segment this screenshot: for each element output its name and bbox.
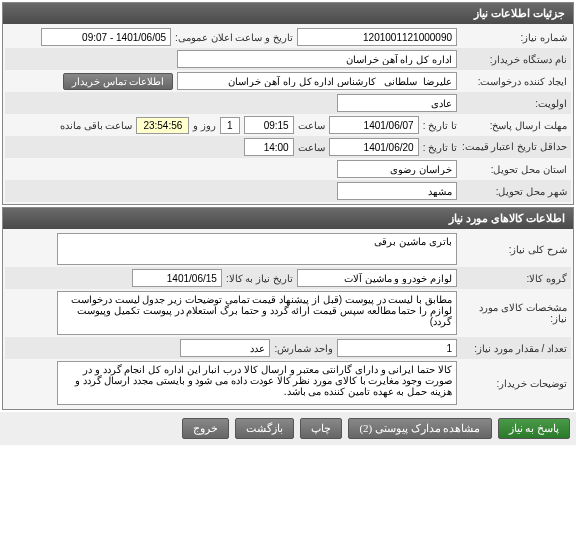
need-no-input[interactable] bbox=[297, 28, 457, 46]
exit-button[interactable]: خروج bbox=[182, 418, 229, 439]
row-province: استان محل تحویل: bbox=[5, 158, 571, 180]
buyer-label: نام دستگاه خریدار: bbox=[457, 54, 567, 65]
days-remaining: 1 bbox=[220, 117, 240, 134]
row-reply-deadline: مهلت ارسال پاسخ: تا تاریخ : ساعت 1 روز و… bbox=[5, 114, 571, 136]
time-remaining-box: 23:54:56 bbox=[136, 117, 189, 134]
need-date-input[interactable] bbox=[132, 269, 222, 287]
announce-dt-input[interactable] bbox=[41, 28, 171, 46]
need-date-label: تاریخ نیاز به کالا: bbox=[226, 273, 293, 284]
buyer-notes-textarea[interactable] bbox=[57, 361, 457, 405]
group-label: گروه کالا: bbox=[457, 273, 567, 284]
row-buyer-notes: توضیحات خریدار: bbox=[5, 359, 571, 407]
desc-value-cell bbox=[9, 233, 457, 265]
reply-date-input[interactable] bbox=[329, 116, 419, 134]
validity-time-input[interactable] bbox=[244, 138, 294, 156]
reply-time-label: ساعت bbox=[298, 120, 325, 131]
row-desc: شرح کلی نیاز: bbox=[5, 231, 571, 267]
buyer-notes-label: توضیحات خریدار: bbox=[457, 378, 567, 389]
requester-value-cell: اطلاعات تماس خریدار bbox=[9, 72, 457, 90]
city-label: شهر محل تحویل: bbox=[457, 186, 567, 197]
validity-value-cell: تا تاریخ : ساعت bbox=[9, 138, 457, 156]
spec-textarea[interactable] bbox=[57, 291, 457, 335]
requester-input[interactable] bbox=[177, 72, 457, 90]
attachments-button[interactable]: مشاهده مدارک پیوستی (2) bbox=[348, 418, 491, 439]
buyer-value-cell bbox=[9, 50, 457, 68]
reply-deadline-label: مهلت ارسال پاسخ: bbox=[457, 120, 567, 131]
need-no-value-cell: تاریخ و ساعت اعلان عمومی: bbox=[9, 28, 457, 46]
group-input[interactable] bbox=[297, 269, 457, 287]
province-value-cell bbox=[9, 160, 457, 178]
goods-panel: اطلاعات کالاهای مورد نیاز شرح کلی نیاز: … bbox=[2, 207, 574, 410]
buyer-input[interactable] bbox=[177, 50, 457, 68]
row-validity: حداقل تاریخ اعتبار قیمت: تا تاریخ : ساعت bbox=[5, 136, 571, 158]
buyer-contact-button[interactable]: اطلاعات تماس خریدار bbox=[63, 73, 173, 90]
desc-label: شرح کلی نیاز: bbox=[457, 244, 567, 255]
row-buyer: نام دستگاه خریدار: bbox=[5, 48, 571, 70]
row-requester: ایجاد کننده درخواست: اطلاعات تماس خریدار bbox=[5, 70, 571, 92]
validity-date-input[interactable] bbox=[329, 138, 419, 156]
row-need-no: شماره نیاز: تاریخ و ساعت اعلان عمومی: bbox=[5, 26, 571, 48]
spec-value-cell bbox=[9, 291, 457, 335]
qty-label: تعداد / مقدار مورد نیاز: bbox=[457, 343, 567, 354]
goods-body: شرح کلی نیاز: گروه کالا: تاریخ نیاز به ک… bbox=[3, 229, 573, 409]
desc-textarea[interactable] bbox=[57, 233, 457, 265]
need-details-body: شماره نیاز: تاریخ و ساعت اعلان عمومی: نا… bbox=[3, 24, 573, 204]
row-qty: تعداد / مقدار مورد نیاز: واحد شمارش: bbox=[5, 337, 571, 359]
announce-dt-label: تاریخ و ساعت اعلان عمومی: bbox=[175, 32, 293, 43]
reply-time-input[interactable] bbox=[244, 116, 294, 134]
priority-input[interactable] bbox=[337, 94, 457, 112]
validity-label: حداقل تاریخ اعتبار قیمت: bbox=[457, 141, 567, 153]
footer-bar: پاسخ به نیاز مشاهده مدارک پیوستی (2) چاپ… bbox=[0, 412, 576, 445]
requester-label: ایجاد کننده درخواست: bbox=[457, 76, 567, 87]
row-city: شهر محل تحویل: bbox=[5, 180, 571, 202]
need-no-label: شماره نیاز: bbox=[457, 32, 567, 43]
unit-input[interactable] bbox=[180, 339, 270, 357]
goods-header: اطلاعات کالاهای مورد نیاز bbox=[3, 208, 573, 229]
row-group: گروه کالا: تاریخ نیاز به کالا: bbox=[5, 267, 571, 289]
validity-to-date-label: تا تاریخ : bbox=[423, 142, 457, 153]
province-label: استان محل تحویل: bbox=[457, 164, 567, 175]
unit-label: واحد شمارش: bbox=[274, 343, 333, 354]
reply-button[interactable]: پاسخ به نیاز bbox=[498, 418, 571, 439]
reply-deadline-value-cell: تا تاریخ : ساعت 1 روز و 23:54:56 ساعت با… bbox=[9, 116, 457, 134]
remaining-label: ساعت باقی مانده bbox=[60, 120, 133, 131]
city-value-cell bbox=[9, 182, 457, 200]
need-details-header: جزئیات اطلاعات نیاز bbox=[3, 3, 573, 24]
row-spec: مشخصات کالای مورد نیاز: bbox=[5, 289, 571, 337]
need-details-panel: جزئیات اطلاعات نیاز شماره نیاز: تاریخ و … bbox=[2, 2, 574, 205]
buyer-notes-value-cell bbox=[9, 361, 457, 405]
qty-input[interactable] bbox=[337, 339, 457, 357]
qty-value-cell: واحد شمارش: bbox=[9, 339, 457, 357]
days-label: روز و bbox=[193, 120, 216, 131]
spec-label: مشخصات کالای مورد نیاز: bbox=[457, 302, 567, 324]
priority-label: اولویت: bbox=[457, 98, 567, 109]
city-input[interactable] bbox=[337, 182, 457, 200]
priority-value-cell bbox=[9, 94, 457, 112]
validity-time-label: ساعت bbox=[298, 142, 325, 153]
print-button[interactable]: چاپ bbox=[300, 418, 342, 439]
to-date-label: تا تاریخ : bbox=[423, 120, 457, 131]
back-button[interactable]: بازگشت bbox=[235, 418, 294, 439]
group-value-cell: تاریخ نیاز به کالا: bbox=[9, 269, 457, 287]
row-priority: اولویت: bbox=[5, 92, 571, 114]
province-input[interactable] bbox=[337, 160, 457, 178]
